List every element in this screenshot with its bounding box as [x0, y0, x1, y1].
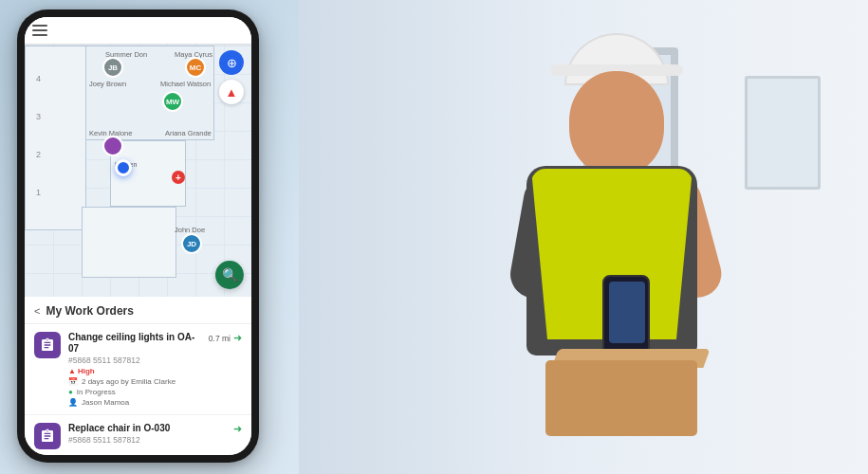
wo-meta-date: 📅 2 days ago by Emilia Clarke: [68, 377, 201, 386]
compass-button[interactable]: ⊕: [219, 50, 244, 75]
map-avatar-john: JD: [181, 233, 202, 254]
worker-phone-screen: [609, 282, 645, 343]
map-avatar-michael: MW: [162, 91, 183, 112]
work-orders-section: < My Work Orders Change ceiling lights i…: [25, 297, 251, 455]
wo-meta-assignee: 👤 Jason Mamoa: [68, 398, 201, 407]
wo-id-1: #5868 5511 587812: [68, 356, 201, 365]
wo-id-2: #5868 5511 587812: [68, 435, 226, 445]
worker-phone: [602, 275, 650, 356]
wo-content-2: Replace chair in O-030 #5868 5511 587812: [68, 423, 226, 445]
wo-distance-value-1: 0.7 mi: [209, 334, 231, 343]
phone-device: 4 3 2 1 Summer Don Maya Cyrus Joey Brown…: [17, 9, 259, 463]
distance-arrow-1: ➜: [233, 332, 242, 344]
wo-assignee-1: Jason Mamoa: [82, 398, 129, 407]
wo-meta-priority: ▲ High: [68, 367, 201, 375]
map-header: [25, 17, 251, 44]
work-order-item-1[interactable]: Change ceiling lights in OA-07 #5868 551…: [25, 324, 251, 415]
map-name-michael: Michael Watson: [160, 80, 211, 88]
back-button[interactable]: <: [34, 305, 40, 317]
map-avatar-maya: MC: [185, 57, 206, 78]
wo-icon-2: [34, 423, 61, 449]
wo-title-1: Change ceiling lights in OA-07: [68, 332, 201, 355]
worker-head: [569, 71, 664, 175]
user-location-dot: [115, 159, 132, 176]
map-area[interactable]: 4 3 2 1 Summer Don Maya Cyrus Joey Brown…: [25, 17, 251, 297]
clipboard-icon-2: [40, 428, 55, 444]
search-button[interactable]: 🔍: [215, 261, 244, 289]
phone-screen-area: 4 3 2 1 Summer Don Maya Cyrus Joey Brown…: [25, 17, 251, 455]
clipboard-icon: [40, 337, 55, 353]
map-avatar-joey: JB: [102, 57, 123, 78]
map-avatar-kevin: [102, 136, 123, 156]
map-controls: ⊕ ▲: [219, 50, 244, 104]
work-orders-header: < My Work Orders: [25, 297, 251, 324]
work-orders-title: My Work Orders: [46, 304, 133, 318]
scene: 4 3 2 1 Summer Don Maya Cyrus Joey Brown…: [0, 0, 868, 474]
wo-date-1: 2 days ago by Emilia Clarke: [82, 377, 175, 386]
room-num-1: 1: [36, 188, 41, 197]
map-search-area: 🔍: [25, 261, 251, 289]
wo-distance-1: 0.7 mi ➜: [209, 332, 242, 344]
wo-title-2: Replace chair in O-030: [68, 423, 226, 434]
room-num-3: 3: [36, 112, 41, 121]
wood-block: [545, 360, 697, 436]
priority-badge: ▲ High: [68, 367, 95, 375]
navigation-button[interactable]: ▲: [219, 80, 244, 104]
distance-arrow-2: ➜: [233, 423, 242, 435]
hamburger-menu[interactable]: [32, 20, 53, 41]
wo-status-1: In Progress: [77, 388, 116, 396]
map-name-ariana: Ariana Grande: [165, 129, 212, 137]
wo-content-1: Change ceiling lights in OA-07 #5868 551…: [68, 332, 201, 407]
work-order-item-2[interactable]: Replace chair in O-030 #5868 5511 587812…: [25, 415, 251, 455]
worker-background: [299, 0, 868, 474]
wo-icon-1: [34, 332, 61, 358]
map-name-joey: Joey Brown: [89, 80, 126, 88]
wo-meta-status: ● In Progress: [68, 388, 201, 396]
room-num-4: 4: [36, 74, 41, 83]
room-num-2: 2: [36, 150, 41, 159]
map-room-left: [25, 46, 86, 230]
incident-marker: +: [172, 171, 185, 184]
worker-figure: [489, 19, 792, 474]
wo-distance-2: ➜: [233, 423, 242, 435]
